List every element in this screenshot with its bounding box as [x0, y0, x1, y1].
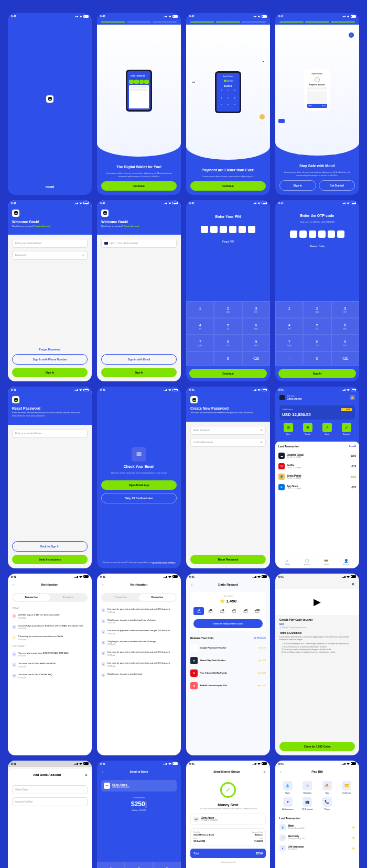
back-icon[interactable]: ←: [12, 583, 16, 587]
confirm-password-input[interactable]: Confirm Password👁: [190, 438, 266, 447]
bill-gas[interactable]: 🔥Gas: [319, 781, 336, 794]
signin-button[interactable]: Sign In: [12, 368, 88, 377]
key-5[interactable]: 5JKL: [214, 318, 242, 335]
signin-button[interactable]: Sign In: [278, 369, 356, 378]
reward-row[interactable]: ●Steam Play Cash Voucher⭐ 2,000: [190, 654, 266, 667]
email-input[interactable]: Enter your email address: [12, 429, 88, 438]
key-2[interactable]: 2ABC: [125, 862, 153, 868]
bill-life-insurance[interactable]: ♥Life Insurance: [279, 797, 296, 810]
day-item[interactable]: +10Day 2: [205, 607, 215, 615]
get-started-button[interactable]: Get Started: [319, 180, 355, 191]
key-2[interactable]: 2ABC: [303, 301, 331, 318]
password-input[interactable]: Enter Password👁: [190, 426, 266, 435]
day-item[interactable]: +100Day 6: [252, 607, 263, 615]
bill-phone[interactable]: 📞Phone: [319, 797, 336, 810]
recipient-card[interactable]: citi Chris Aaron CITIBANK 10004624: [101, 780, 177, 792]
key-1[interactable]: 1: [97, 862, 125, 868]
bill-trans-row[interactable]: ⚡ElectricityGotong Royong-2322⭐: [279, 832, 355, 843]
notif-row[interactable]: ●Please top up to continue transactions …: [8, 632, 92, 643]
key-8[interactable]: 8TUV: [303, 335, 331, 351]
key-4[interactable]: 4GHI: [275, 318, 303, 335]
action-send[interactable]: ↗Send: [318, 423, 336, 435]
signin-button[interactable]: Sign In: [279, 180, 316, 191]
phone-input[interactable]: +44|Your phone number: [101, 239, 177, 248]
key-⌫[interactable]: ⌫: [331, 351, 359, 366]
bill-credit-card[interactable]: 💳Credit Card: [339, 781, 355, 794]
continue-button[interactable]: Continue: [189, 369, 267, 378]
key-⌫[interactable]: ⌫: [242, 351, 270, 366]
eye-icon[interactable]: 👁: [82, 254, 84, 257]
forgot-password-link[interactable]: Forgot Password: [12, 348, 88, 351]
notif-row[interactable]: ●You have sent $16 to JORDAN BAQ09:30 AM: [8, 671, 92, 682]
nav-account[interactable]: 👤Account: [343, 559, 350, 566]
reward-row[interactable]: ◈AirBnB Discount up to 10%⭐ 10,000: [190, 679, 266, 692]
see-all-link[interactable]: See All: [349, 445, 356, 448]
send-button[interactable]: Send Instructions: [12, 555, 88, 564]
try-another-link[interactable]: try another email address: [152, 561, 175, 564]
email-signin-button[interactable]: Sign in with Email: [101, 354, 177, 365]
notif-row[interactable]: ●You have sent $100 to MARK ANTHONY09:30…: [8, 660, 92, 671]
bill-tv-&-internet[interactable]: 📺TV & Internet: [299, 797, 316, 810]
notif-row[interactable]: ●Use moni for payment at selected mercha…: [97, 627, 181, 638]
nav-wallet[interactable]: 💳Wallet: [323, 559, 329, 566]
key-5[interactable]: 5JKL: [303, 318, 331, 335]
checkin-button[interactable]: Check In Today & Get 5 Coins: [193, 619, 263, 628]
bell-icon[interactable]: 🔔: [350, 395, 355, 400]
my-rewards-link[interactable]: My Rewards: [254, 636, 266, 640]
eye-icon[interactable]: 👁: [260, 429, 263, 432]
amount-input[interactable]: $250: [131, 800, 145, 808]
key-·[interactable]: ·: [186, 351, 214, 366]
select-bank[interactable]: Select Bank⌄: [12, 785, 88, 794]
action-top up[interactable]: ⊕Top Up: [299, 423, 316, 435]
key-3[interactable]: 3DEF: [153, 862, 181, 868]
open-email-button[interactable]: Open Email App: [101, 480, 177, 490]
resend-link[interactable]: Resend Code: [279, 245, 355, 248]
phone-signin-button[interactable]: Sign In with Phone Number: [12, 354, 88, 365]
key-9[interactable]: 9WXYZ: [331, 335, 359, 351]
tab-promotion[interactable]: Promotion: [139, 594, 176, 601]
password-input[interactable]: Password👁: [12, 251, 88, 260]
nav-history[interactable]: 🕐History: [304, 559, 310, 566]
continue-button[interactable]: Continue: [190, 181, 266, 191]
notif-row[interactable]: ●Only for you, transfer to another bank …: [97, 616, 181, 627]
key-3[interactable]: 3DEF: [331, 301, 359, 318]
close-icon[interactable]: ✕: [263, 770, 266, 774]
notif-row[interactable]: ●Use moni for payment at selected mercha…: [97, 648, 181, 659]
day-item[interactable]: +25Day 5: [240, 607, 251, 615]
close-icon[interactable]: ✕: [275, 580, 359, 589]
key-1[interactable]: 1: [186, 301, 214, 318]
back-button[interactable]: Back to Sign In: [12, 541, 88, 552]
signin-button[interactable]: Sign In: [101, 368, 177, 377]
account-number-input[interactable]: Account Number: [12, 797, 88, 806]
action-request[interactable]: ↙Request: [338, 423, 355, 435]
reset-button[interactable]: Reset Password: [190, 555, 266, 564]
create-account-link[interactable]: Create Account: [124, 225, 139, 227]
key-7[interactable]: 7PQRS: [275, 335, 303, 351]
key-7[interactable]: 7PQRS: [186, 335, 214, 351]
transaction-row[interactable]: 👤Soton PethelOct 14, 11:48 AM+$250: [278, 471, 356, 482]
forgot-pin-link[interactable]: Forgot PIN: [190, 240, 266, 243]
day-item[interactable]: +5Today: [193, 607, 204, 615]
email-input[interactable]: Enter your email address: [12, 239, 88, 248]
bill-water[interactable]: 💧Water: [279, 781, 296, 794]
key-8[interactable]: 8TUV: [214, 335, 242, 351]
flag-icon[interactable]: [104, 242, 108, 245]
continue-button[interactable]: Continue: [101, 181, 177, 191]
key-2[interactable]: 2ABC: [214, 301, 242, 318]
tab-transaction[interactable]: Transaction: [13, 594, 50, 601]
key-0[interactable]: 0: [303, 351, 331, 366]
bill-trans-row[interactable]: ♥Life InsuranceChris Aaron⭐: [279, 843, 355, 853]
key-·[interactable]: ·: [275, 351, 303, 366]
reward-row[interactable]: ▶Google Play Cash Voucher⭐ 1,000: [190, 642, 266, 654]
otp-inputs[interactable]: [279, 230, 355, 238]
action-scan[interactable]: ⊞Scan: [279, 423, 297, 435]
skip-button[interactable]: Skip, I'll Confirm Later: [101, 493, 177, 503]
tab-promotion[interactable]: Promotion: [50, 594, 87, 601]
key-6[interactable]: 6MNO: [242, 318, 270, 335]
key-4[interactable]: 4GHI: [186, 318, 214, 335]
notif-row[interactable]: ●Use moni for payment at selected mercha…: [97, 605, 181, 616]
key-9[interactable]: 9WXYZ: [242, 335, 270, 351]
transaction-row[interactable]: ☁Creative CloudOct 16, 11:19 AM-$190: [278, 451, 356, 461]
transaction-row[interactable]: AApp StoreOct 13, 11:19 AM-$76: [278, 482, 356, 492]
notif-row[interactable]: ●You received money from JENNIFER BACHDI…: [8, 649, 92, 660]
